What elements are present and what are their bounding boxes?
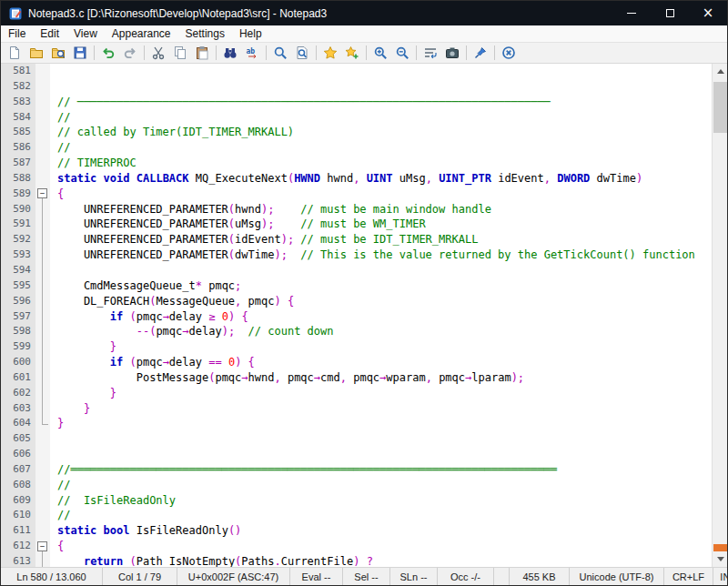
fold-collapse-icon[interactable]: − — [37, 188, 47, 198]
line-number: 593 — [1, 248, 35, 263]
status-line[interactable]: Ln 580 / 13.060 — [1, 568, 103, 585]
code-text: { — [50, 187, 64, 202]
exit-button[interactable] — [498, 44, 520, 63]
vertical-scrollbar[interactable] — [712, 64, 727, 567]
status-ins[interactable]: INS — [713, 568, 728, 585]
code-line[interactable]: 612−{ — [1, 539, 712, 554]
code-line[interactable]: 613 return (Path_IsNotEmpty(Paths.Curren… — [1, 554, 712, 567]
zoom-in-button[interactable] — [369, 44, 391, 63]
fold-margin — [35, 171, 50, 187]
code-line[interactable]: 603 } — [1, 401, 712, 417]
code-line[interactable]: 595 CmdMessageQueue_t* pmqc; — [1, 278, 712, 294]
zoom-view-button[interactable] — [269, 44, 291, 63]
code-line[interactable]: 604} — [1, 416, 712, 431]
new-file-button[interactable] — [4, 44, 25, 63]
code-line[interactable]: 582 — [1, 79, 712, 95]
code-line[interactable]: 610// — [1, 508, 712, 523]
code-line[interactable]: 608// — [1, 478, 712, 493]
undo-button[interactable] — [97, 44, 119, 63]
scroll-down-button[interactable] — [713, 551, 727, 567]
code-line[interactable]: 591 UNREFERENCED_PARAMETER(uMsg); // mus… — [1, 217, 712, 232]
menu-item-appearance[interactable]: Appearance — [105, 25, 178, 43]
status-codepoint[interactable]: U+0x002F (ASC:47) — [177, 568, 290, 585]
code-line[interactable]: 585// called by Timer(IDT_TIMER_MRKALL) — [1, 125, 712, 140]
toolbar-separator — [494, 45, 495, 60]
editor[interactable]: 581582583// ────────────────────────────… — [1, 64, 727, 567]
code-line[interactable]: 597 if (pmqc→delay ≥ 0) { — [1, 309, 712, 325]
code-line[interactable]: 583// ──────────────────────────────────… — [1, 95, 712, 110]
find-in-doc-button[interactable] — [291, 44, 313, 63]
scroll-up-button[interactable] — [713, 64, 727, 79]
paste-button[interactable] — [191, 44, 213, 63]
status-encoding[interactable]: Unicode (UTF-8) — [570, 568, 664, 585]
fold-margin — [35, 370, 50, 386]
menu-item-settings[interactable]: Settings — [178, 25, 232, 43]
fold-margin — [35, 110, 50, 126]
status-eol[interactable]: CR+LF — [664, 568, 713, 585]
code-text: // — [50, 478, 70, 493]
zoom-out-button[interactable] — [391, 44, 413, 63]
status-col[interactable]: Col 1 / 79 — [103, 568, 177, 585]
fold-collapse-icon[interactable]: − — [37, 541, 47, 551]
code-line[interactable]: 599 } — [1, 339, 712, 355]
code-line[interactable]: 602 } — [1, 386, 712, 401]
status-occ[interactable]: Occ -/- — [438, 568, 494, 585]
menu-item-help[interactable]: Help — [232, 25, 269, 43]
find-button[interactable] — [219, 44, 241, 63]
fold-marker[interactable]: − — [35, 187, 50, 202]
code-line[interactable]: 589−{ — [1, 187, 712, 202]
cut-button[interactable] — [147, 44, 169, 63]
minimize-button[interactable] — [612, 1, 651, 25]
line-number: 591 — [1, 217, 35, 232]
screenshot-button[interactable] — [441, 44, 463, 63]
add-favorite-button[interactable] — [341, 44, 363, 63]
status-sln[interactable]: SLn -- — [390, 568, 438, 585]
copy-button[interactable] — [169, 44, 191, 63]
code-line[interactable]: 611static bool IsFileReadOnly() — [1, 523, 712, 539]
code-line[interactable]: 593 UNREFERENCED_PARAMETER(dwTime); // T… — [1, 248, 712, 263]
maximize-button[interactable] — [651, 1, 689, 25]
code-line[interactable]: 594 — [1, 263, 712, 278]
fold-margin — [35, 324, 50, 339]
code-line[interactable]: 588static void CALLBACK MQ_ExecuteNext(H… — [1, 171, 712, 187]
code-line[interactable]: 581 — [1, 64, 712, 79]
replace-button[interactable]: ab — [241, 44, 263, 63]
line-number: 610 — [1, 508, 35, 523]
screenshot-icon — [445, 45, 460, 60]
favorites-button[interactable] — [319, 44, 341, 63]
code-line[interactable]: 609// IsFileReadOnly — [1, 493, 712, 509]
code-line[interactable]: 598 --(pmqc→delay); // count down — [1, 324, 712, 339]
status-eval[interactable]: Eval -- — [290, 568, 343, 585]
redo-button[interactable] — [119, 44, 141, 63]
code-line[interactable]: 587// TIMERPROC — [1, 156, 712, 171]
code-line[interactable]: 607//═══════════════════════════════════… — [1, 462, 712, 478]
scroll-thumb[interactable] — [713, 82, 727, 133]
code-line[interactable]: 586// — [1, 140, 712, 156]
code-line[interactable]: 596 DL_FOREACH(MessageQueue, pmqc) { — [1, 294, 712, 309]
open-file-button[interactable] — [25, 44, 47, 63]
find-in-doc-icon — [295, 45, 309, 60]
browse-button[interactable] — [47, 44, 69, 63]
code-line[interactable]: 590 UNREFERENCED_PARAMETER(hwnd); // mus… — [1, 202, 712, 217]
menu-item-view[interactable]: View — [66, 25, 105, 43]
save-button[interactable] — [69, 44, 91, 63]
close-button[interactable]: × — [689, 1, 727, 25]
status-sel[interactable]: Sel -- — [343, 568, 390, 585]
word-wrap-button[interactable] — [420, 44, 441, 63]
pin-on-top-button[interactable] — [470, 44, 491, 63]
browse-icon — [51, 45, 66, 60]
fold-marker[interactable]: − — [35, 539, 50, 554]
menubar: FileEditViewAppearanceSettingsHelp — [1, 25, 727, 43]
menu-item-file[interactable]: File — [1, 25, 33, 43]
menu-item-edit[interactable]: Edit — [33, 25, 66, 43]
toolbar-separator — [316, 45, 317, 60]
status-size[interactable]: 455 KB — [510, 568, 570, 585]
code-line[interactable]: 606 — [1, 447, 712, 462]
code-line[interactable]: 592 UNREFERENCED_PARAMETER(idEvent); // … — [1, 232, 712, 248]
code-line[interactable]: 601 PostMessage(pmqc→hwnd, pmqc→cmd, pmq… — [1, 370, 712, 386]
code-line[interactable]: 605 — [1, 431, 712, 447]
titlebar[interactable]: Notepad3.c [D:\Rizonesoft\Develop\Notepa… — [1, 1, 727, 25]
code-line[interactable]: 600 if (pmqc→delay == 0) { — [1, 355, 712, 370]
code-line[interactable]: 584// — [1, 110, 712, 126]
code-area[interactable]: 581582583// ────────────────────────────… — [1, 64, 712, 567]
